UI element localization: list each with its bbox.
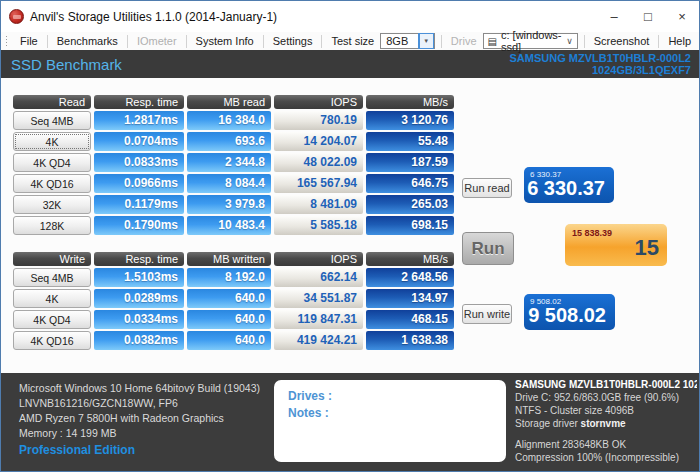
- resp-time-cell: 0.0382ms: [94, 331, 184, 350]
- test-row-button[interactable]: 4K QD16: [13, 331, 91, 350]
- run-read-button[interactable]: Run read: [462, 178, 512, 198]
- mb-cell: 16 384.0: [187, 111, 271, 130]
- app-icon: [9, 9, 24, 24]
- toolbar-grip-icon: [5, 35, 9, 48]
- read-table: ReadResp. timeMB readIOPSMB/sSeq 4MB1.28…: [13, 95, 454, 235]
- menu-item-benchmarks[interactable]: Benchmarks: [49, 33, 126, 50]
- chevron-down-icon: ∨: [566, 36, 573, 46]
- drive-info-line: NTFS - Cluster size 4096B: [515, 404, 697, 417]
- menu-item-system-info[interactable]: System Info: [188, 33, 262, 50]
- mb-cell: 640.0: [187, 289, 271, 308]
- system-info-line: LNVNB161216/GZCN18WW, FP6: [19, 396, 260, 411]
- close-button[interactable]: ×: [665, 1, 699, 32]
- storage-driver-label: Storage driver: [515, 418, 578, 429]
- mb-cell: 2 344.8: [187, 153, 271, 172]
- test-row-button[interactable]: Seq 4MB: [13, 111, 91, 130]
- menu-item-help[interactable]: Help: [660, 33, 699, 50]
- read-score-box: 6 330.37 6 330.37: [524, 167, 614, 203]
- footer-panel: Microsoft Windows 10 Home 64bitový Build…: [1, 373, 700, 472]
- mb-cell: 640.0: [187, 331, 271, 350]
- system-info-line: Memory : 14 199 MB: [19, 426, 260, 441]
- resp-time-cell: 0.0334ms: [94, 310, 184, 329]
- mb-cell: 693.6: [187, 132, 271, 151]
- mb-cell: 8 192.0: [187, 268, 271, 287]
- menu-separator: [47, 35, 48, 48]
- page-title: SSD Benchmark: [11, 56, 122, 73]
- spacer: [515, 430, 697, 438]
- system-info-text: Microsoft Windows 10 Home 64bitový Build…: [19, 381, 260, 441]
- run-write-button[interactable]: Run write: [462, 304, 512, 324]
- drive-info-line: Drive C: 952.6/863.0GB free (90.6%): [515, 391, 697, 404]
- mbs-cell: 2 648.56: [366, 268, 454, 287]
- iops-cell: 419 424.21: [274, 331, 363, 350]
- column-header: MB/s: [366, 252, 454, 266]
- menu-separator: [441, 35, 442, 48]
- iops-cell: 34 551.87: [274, 289, 363, 308]
- mb-cell: 3 979.8: [187, 195, 271, 214]
- column-header: MB/s: [366, 95, 454, 109]
- resp-time-cell: 0.0966ms: [94, 174, 184, 193]
- test-row-button[interactable]: 4K: [13, 132, 91, 151]
- resp-time-cell: 1.5103ms: [94, 268, 184, 287]
- resp-time-cell: 0.1790ms: [94, 216, 184, 235]
- edition-label: Professional Edition: [19, 443, 135, 457]
- run-button[interactable]: Run: [462, 232, 514, 265]
- test-row-button[interactable]: 4K QD4: [13, 310, 91, 329]
- dropdown-arrow-icon[interactable]: ▼: [418, 33, 434, 49]
- column-header: IOPS: [274, 95, 363, 109]
- storage-driver-value: stornvme: [581, 418, 626, 429]
- device-model-line1: SAMSUNG MZVLB1T0HBLR-000L2: [509, 52, 691, 64]
- test-row-button[interactable]: 32K: [13, 195, 91, 214]
- column-header: IOPS: [274, 252, 363, 266]
- menu-item-screenshot[interactable]: Screenshot: [586, 33, 658, 50]
- menu-item-settings[interactable]: Settings: [265, 33, 321, 50]
- minimize-button[interactable]: –: [597, 1, 631, 32]
- test-row-button[interactable]: 4K QD4: [13, 153, 91, 172]
- mbs-cell: 646.75: [366, 174, 454, 193]
- test-size-value: 8GB: [386, 35, 408, 47]
- drive-dropdown[interactable]: ▤ c: [windows-ssd] ∨: [483, 33, 578, 49]
- system-info-line: Microsoft Windows 10 Home 64bitový Build…: [19, 381, 260, 396]
- test-row-button[interactable]: 4K: [13, 289, 91, 308]
- column-header: MB written: [187, 252, 271, 266]
- device-model-line2: 1024GB/3L1QEXF7: [592, 64, 691, 76]
- main-panel: ReadResp. timeMB readIOPSMB/sSeq 4MB1.28…: [1, 78, 699, 374]
- test-size-dropdown[interactable]: 8GB ▼: [380, 33, 435, 49]
- drive-value: c: [windows-ssd]: [501, 29, 566, 53]
- iops-cell: 662.14: [274, 268, 363, 287]
- title-bar: Anvil's Storage Utilities 1.1.0 (2014-Ja…: [1, 1, 699, 32]
- resp-time-cell: 1.2817ms: [94, 111, 184, 130]
- mbs-cell: 55.48: [366, 132, 454, 151]
- device-model-text: SAMSUNG MZVLB1T0HBLR-000L2 1024GB/3L1QEX…: [509, 52, 691, 76]
- column-header: Resp. time: [94, 95, 184, 109]
- total-score-box: 15 838.39 15 838.39: [565, 224, 667, 266]
- menu-separator: [584, 35, 585, 48]
- test-row-button[interactable]: Seq 4MB: [13, 268, 91, 287]
- mbs-cell: 134.97: [366, 289, 454, 308]
- notes-label: Notes :: [288, 406, 329, 420]
- test-row-button[interactable]: 128K: [13, 216, 91, 235]
- iops-cell: 5 585.18: [274, 216, 363, 235]
- window-title: Anvil's Storage Utilities 1.1.0 (2014-Ja…: [30, 10, 277, 24]
- drives-label: Drives :: [288, 389, 332, 403]
- maximize-button[interactable]: □: [631, 1, 665, 32]
- drive-info-text: SAMSUNG MZVLB1T0HBLR-000L2 1024 Drive C:…: [515, 378, 697, 464]
- total-score-value: 15 838.39: [565, 235, 667, 266]
- read-score-value: 6 330.37: [524, 177, 614, 200]
- mbs-cell: 468.15: [366, 310, 454, 329]
- iops-cell: 8 481.09: [274, 195, 363, 214]
- app-window: Anvil's Storage Utilities 1.1.0 (2014-Ja…: [0, 0, 700, 472]
- iops-cell: 165 567.94: [274, 174, 363, 193]
- notes-box[interactable]: Drives : Notes :: [274, 380, 506, 462]
- resp-time-cell: 0.0833ms: [94, 153, 184, 172]
- column-header: Resp. time: [94, 252, 184, 266]
- test-row-button[interactable]: 4K QD16: [13, 174, 91, 193]
- write-table: WriteResp. timeMB writtenIOPSMB/sSeq 4MB…: [13, 252, 454, 350]
- write-score-box: 9 508.02 9 508.02: [524, 294, 615, 330]
- menu-bar: FileBenchmarksIOmeterSystem InfoSettings…: [1, 32, 699, 50]
- mb-cell: 8 084.4: [187, 174, 271, 193]
- menu-item-file[interactable]: File: [12, 33, 46, 50]
- iops-cell: 48 022.09: [274, 153, 363, 172]
- write-score-value: 9 508.02: [524, 304, 615, 327]
- menu-separator: [263, 35, 264, 48]
